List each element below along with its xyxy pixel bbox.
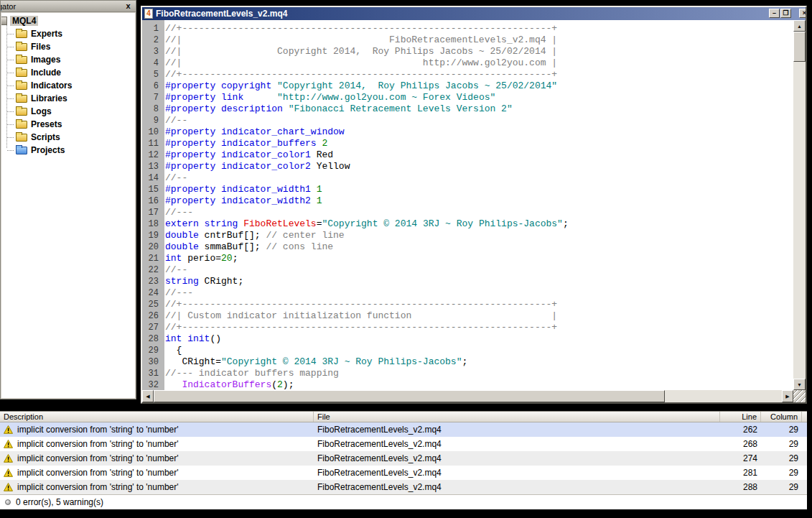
maximize-button[interactable]: ❐ — [780, 9, 791, 18]
code-line[interactable]: 18extern string FiboRetLevels="Copyright… — [142, 218, 793, 230]
code-line[interactable]: 3//| Copyright 2014, Roy Philips Jacobs … — [142, 46, 793, 57]
code-line[interactable]: 25//+-----------------------------------… — [142, 299, 793, 310]
code-line[interactable]: 4//| http://www.gol2you.com | — [142, 57, 793, 69]
sidebar-item-scripts[interactable]: Scripts — [1, 131, 135, 144]
column-header-line[interactable]: Line — [720, 412, 761, 422]
line-number: 24 — [142, 287, 162, 299]
warning-file-cell: FiboRetracementLevels_v2.mq4 — [314, 466, 720, 480]
code-line[interactable]: 12#property indicator_color1 Red — [142, 149, 793, 161]
code-line[interactable]: 24//--- — [142, 287, 793, 299]
sidebar-item-mql4[interactable]: MQL4 — [1, 14, 135, 27]
code-text: //| Custom indicator initialization func… — [162, 310, 557, 322]
warning-row[interactable]: implicit conversion from 'string' to 'nu… — [0, 437, 807, 451]
folder-icon — [16, 82, 27, 90]
book-icon — [1, 17, 7, 25]
folder-icon — [16, 108, 27, 116]
code-text: //--- indicator buffers mapping — [162, 368, 339, 379]
code-line[interactable]: 32 IndicatorBuffers(2); — [142, 379, 793, 390]
sidebar-item-indicators[interactable]: Indicators — [1, 79, 135, 92]
code-line[interactable]: 10#property indicator_chart_window — [142, 126, 793, 138]
close-icon[interactable]: x — [123, 1, 133, 11]
editor-titlebar[interactable]: 4 FiboRetracementLevels_v2.mq4 – ❐ × — [142, 7, 806, 20]
vertical-scrollbar[interactable]: ▲ ▼ — [793, 20, 806, 390]
warning-description-cell: implicit conversion from 'string' to 'nu… — [0, 422, 314, 437]
resize-grip[interactable] — [793, 390, 806, 402]
line-number: 30 — [142, 356, 162, 368]
code-editor[interactable]: 1//+------------------------------------… — [142, 20, 793, 390]
line-number: 3 — [142, 46, 162, 57]
code-line[interactable]: 15#property indicator_width1 1 — [142, 184, 793, 195]
code-line[interactable]: 30 CRight="Copyright © 2014 3RJ ~ Roy Ph… — [142, 356, 793, 368]
code-line[interactable]: 5//+------------------------------------… — [142, 69, 793, 80]
folder-icon — [16, 95, 27, 103]
code-line[interactable]: 27//+-----------------------------------… — [142, 322, 793, 333]
code-line[interactable]: 26//| Custom indicator initialization fu… — [142, 310, 793, 322]
sidebar-item-include[interactable]: Include — [1, 66, 135, 79]
sidebar-item-experts[interactable]: Experts — [1, 27, 135, 40]
horizontal-scrollbar[interactable]: ◀ ▶ — [142, 390, 793, 402]
line-number: 22 — [142, 264, 162, 276]
code-line[interactable]: 8#property description "Fibonacci Retrac… — [142, 103, 793, 115]
code-line[interactable]: 17//--- — [142, 207, 793, 218]
code-line[interactable]: 1//+------------------------------------… — [142, 23, 793, 34]
code-line[interactable]: 28int init() — [142, 333, 793, 345]
code-text: #property link "http://www.gol2you.com ~… — [162, 92, 495, 103]
code-line[interactable]: 6#property copyright "Copyright 2014, Ro… — [142, 80, 793, 92]
warning-row[interactable]: implicit conversion from 'string' to 'nu… — [0, 466, 807, 480]
code-line[interactable]: 9//-- — [142, 115, 793, 126]
folder-icon — [16, 69, 27, 77]
code-line[interactable]: 2//| FiboRetracementLevels_v2.mq4 | — [142, 34, 793, 46]
sidebar-item-presets[interactable]: Presets — [1, 118, 135, 131]
warning-line-cell: 288 — [720, 480, 761, 494]
code-line[interactable]: 31//--- indicator buffers mapping — [142, 368, 793, 379]
sidebar-item-libraries[interactable]: Libraries — [1, 92, 135, 105]
status-text: 0 error(s), 5 warning(s) — [16, 497, 103, 507]
code-line[interactable]: 19double cntrBuf[]; // center line — [142, 230, 793, 241]
tree-connector-icon — [7, 47, 14, 47]
warning-description-cell: implicit conversion from 'string' to 'nu… — [0, 437, 314, 451]
line-number: 16 — [142, 195, 162, 207]
warning-file-cell: FiboRetracementLevels_v2.mq4 — [314, 437, 720, 451]
warning-row[interactable]: implicit conversion from 'string' to 'nu… — [0, 422, 807, 437]
code-line[interactable]: 21int perio=20; — [142, 253, 793, 264]
close-button[interactable]: × — [799, 9, 806, 18]
column-header-description[interactable]: Description — [0, 412, 314, 422]
code-line[interactable]: 11#property indicator_buffers 2 — [142, 138, 793, 149]
sidebar-item-projects[interactable]: Projects — [1, 144, 135, 157]
tree-connector-icon — [7, 150, 14, 151]
code-line[interactable]: 13#property indicator_color2 Yellow — [142, 161, 793, 172]
scroll-left-icon[interactable]: ◀ — [142, 390, 154, 402]
vertical-scroll-thumb[interactable] — [793, 32, 806, 62]
line-number: 31 — [142, 368, 162, 379]
line-number: 32 — [142, 379, 162, 390]
sidebar-item-logs[interactable]: Logs — [1, 105, 135, 118]
scroll-down-icon[interactable]: ▼ — [793, 379, 806, 390]
warning-row[interactable]: implicit conversion from 'string' to 'nu… — [0, 451, 807, 466]
code-line[interactable]: 16#property indicator_width2 1 — [142, 195, 793, 207]
sidebar-item-images[interactable]: Images — [1, 53, 135, 66]
warning-row[interactable]: implicit conversion from 'string' to 'nu… — [0, 480, 807, 494]
warning-icon — [4, 483, 13, 491]
column-header-file[interactable]: File — [314, 412, 720, 422]
sidebar-item-label: MQL4 — [10, 16, 38, 26]
code-line[interactable]: 29 { — [142, 345, 793, 356]
tree-connector-icon — [7, 60, 14, 60]
scroll-right-icon[interactable]: ▶ — [782, 390, 793, 402]
sidebar-item-label: Logs — [31, 106, 52, 116]
navigator-titlebar[interactable]: Navigator x — [1, 1, 136, 12]
code-line[interactable]: 20double smmaBuf[]; // cons line — [142, 241, 793, 253]
horizontal-scroll-thumb[interactable] — [154, 390, 665, 402]
warning-file-cell: FiboRetracementLevels_v2.mq4 — [314, 451, 720, 466]
minimize-button[interactable]: – — [769, 9, 780, 18]
code-line[interactable]: 7#property link "http://www.gol2you.com … — [142, 92, 793, 103]
line-number: 13 — [142, 161, 162, 172]
code-text: #property indicator_width2 1 — [162, 195, 322, 207]
scroll-up-icon[interactable]: ▲ — [793, 20, 806, 32]
code-line[interactable]: 14//-- — [142, 172, 793, 184]
code-line[interactable]: 22//-- — [142, 264, 793, 276]
sidebar-item-files[interactable]: Files — [1, 40, 135, 53]
code-text: IndicatorBuffers(2); — [162, 379, 294, 390]
column-header-column[interactable]: Column — [761, 412, 802, 422]
code-line[interactable]: 23string CRight; — [142, 276, 793, 287]
line-number: 10 — [142, 126, 162, 138]
